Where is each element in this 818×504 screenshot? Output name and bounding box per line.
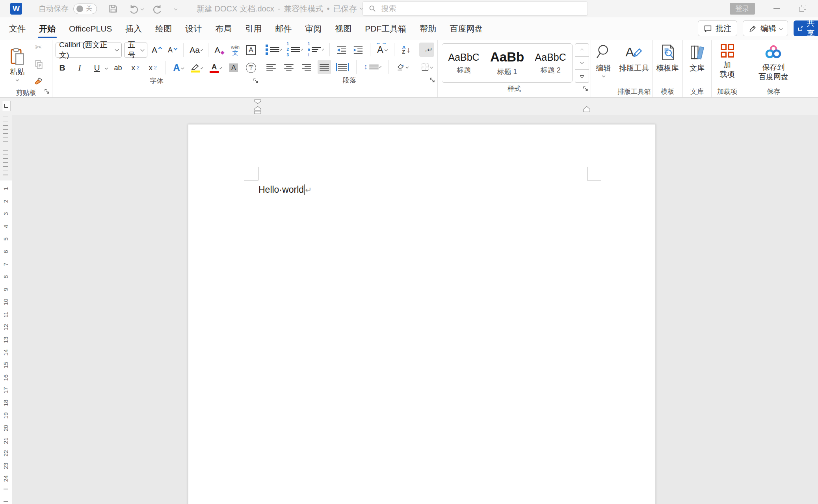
edit-menu-button[interactable]: 编辑 (596, 40, 612, 86)
style-标题 1[interactable]: AaBb标题 1 (485, 44, 529, 82)
styles-dialog-launcher[interactable] (583, 86, 589, 92)
increase-indent-button[interactable] (351, 43, 365, 57)
tab-绘图[interactable]: 绘图 (149, 17, 178, 40)
styles-more-button[interactable] (575, 70, 589, 83)
subscript-button[interactable]: x2 (129, 61, 142, 75)
paragraph-dialog-launcher[interactable] (429, 77, 435, 83)
underline-dropdown-icon[interactable] (105, 66, 108, 69)
bold-button[interactable]: B (56, 61, 69, 75)
font-size-combo[interactable]: 五号 (124, 43, 147, 58)
shading-button[interactable] (395, 60, 410, 74)
editing-mode-button[interactable]: 编辑 (743, 20, 788, 36)
superscript-button[interactable]: x2 (146, 61, 160, 75)
font-dialog-launcher[interactable] (253, 78, 259, 84)
first-line-indent-marker[interactable] (254, 99, 261, 104)
save-to-baidu-button[interactable]: 保存到 百度网盘 (759, 40, 788, 86)
undo-dropdown-icon[interactable] (141, 7, 144, 10)
tab-百度网盘[interactable]: 百度网盘 (443, 17, 489, 40)
align-left-button[interactable] (264, 60, 278, 74)
copy-button[interactable] (32, 57, 45, 71)
redo-button[interactable] (152, 4, 163, 14)
tab-审阅[interactable]: 审阅 (298, 17, 328, 40)
login-button[interactable]: 登录 (730, 3, 755, 15)
share-button[interactable]: 共享 (794, 20, 818, 36)
wenku-button[interactable]: 文库 (689, 40, 705, 86)
undo-button[interactable] (128, 4, 143, 14)
save-button[interactable] (108, 4, 118, 14)
font-name-combo[interactable]: Calibri (西文正文) (56, 43, 122, 58)
addins-label: 加 载项 (720, 60, 735, 79)
format-painter-button[interactable] (32, 74, 45, 88)
edit-menu-label: 编辑 (596, 63, 611, 73)
tab-视图[interactable]: 视图 (328, 17, 358, 40)
template-library-button[interactable]: 模板库 (656, 40, 679, 86)
autosave-toggle[interactable]: 关 (73, 4, 97, 14)
group-label-text: 剪贴板 (16, 88, 36, 97)
decrease-indent-button[interactable] (335, 43, 348, 57)
enclose-characters-button[interactable]: 字 (244, 61, 258, 75)
tab-stop-selector[interactable] (2, 101, 11, 111)
sort-button[interactable]: AZ ↓ (400, 43, 413, 57)
character-shading-button[interactable]: A (227, 61, 240, 75)
text-effects-button[interactable]: A (171, 61, 185, 75)
addins-button[interactable]: 加 载项 (720, 40, 735, 86)
highlight-color-button[interactable] (189, 61, 204, 75)
change-case-button[interactable]: Aa (188, 43, 204, 57)
shrink-font-button[interactable]: A (165, 43, 179, 57)
asian-layout-button[interactable]: ←→ A (376, 43, 389, 57)
tab-邮件[interactable]: 邮件 (268, 17, 298, 40)
tab-开始[interactable]: 开始 (32, 17, 62, 40)
document-area[interactable]: Hello·world ↵ (12, 115, 818, 504)
tab-引用[interactable]: 引用 (238, 17, 268, 40)
tab-PDF工具箱[interactable]: PDF工具箱 (358, 17, 413, 40)
paste-button[interactable]: 粘贴 (9, 48, 26, 81)
ribbon-tabs: 文件开始OfficePLUS插入绘图设计布局引用邮件审阅视图PDF工具箱帮助百度… (0, 17, 489, 40)
character-border-button[interactable]: A (244, 43, 258, 57)
show-formatting-marks-button[interactable]: →↵ (419, 43, 434, 57)
justify-button[interactable] (318, 60, 331, 74)
paste-dropdown-icon[interactable] (16, 78, 19, 81)
styles-scrollbar (575, 43, 589, 83)
right-indent-marker[interactable] (583, 106, 590, 113)
cut-button[interactable]: ✂ (32, 40, 45, 54)
document-paragraph[interactable]: Hello·world ↵ (258, 184, 312, 195)
comments-button[interactable]: 批注 (698, 20, 737, 36)
clipboard-dialog-launcher[interactable] (44, 89, 50, 95)
tab-布局[interactable]: 布局 (208, 17, 238, 40)
clear-formatting-button[interactable]: A◆ (213, 43, 226, 57)
align-right-button[interactable] (300, 60, 313, 74)
customize-quick-access-button[interactable] (175, 7, 177, 10)
styles-scroll-down-button[interactable] (575, 57, 589, 70)
document-text[interactable]: Hello·world (258, 184, 304, 195)
style-标题[interactable]: AaBbC标题 (442, 44, 485, 82)
borders-button[interactable] (420, 60, 434, 74)
layout-tools-button[interactable]: A 排版工具 (619, 40, 649, 86)
word-app-icon[interactable]: W (10, 3, 22, 15)
distributed-button[interactable] (335, 60, 350, 74)
grow-font-button[interactable]: A (150, 43, 163, 57)
numbering-icon: 123 (287, 42, 301, 57)
minimize-button[interactable] (773, 8, 780, 9)
document-page[interactable]: Hello·world ↵ (188, 124, 656, 504)
font-color-button[interactable]: A (208, 61, 223, 75)
tab-OfficePLUS[interactable]: OfficePLUS (62, 17, 119, 40)
tab-帮助[interactable]: 帮助 (413, 17, 443, 40)
search-bar[interactable] (363, 1, 588, 16)
phonetic-guide-button[interactable]: wén 文 (229, 43, 242, 57)
tab-文件[interactable]: 文件 (2, 17, 32, 40)
hanging-indent-marker[interactable] (254, 106, 261, 114)
align-center-button[interactable] (282, 60, 296, 74)
multilevel-list-button[interactable]: 1ai (307, 43, 324, 57)
strikethrough-button[interactable]: ab (112, 61, 125, 75)
line-spacing-button[interactable]: ↕ (363, 60, 382, 74)
tab-设计[interactable]: 设计 (178, 17, 208, 40)
restore-button[interactable] (799, 5, 806, 12)
tab-插入[interactable]: 插入 (119, 17, 149, 40)
bullets-button[interactable] (264, 43, 283, 57)
styles-scroll-up-button[interactable] (575, 43, 589, 57)
search-input[interactable] (381, 4, 582, 13)
numbering-button[interactable]: 123 (286, 43, 303, 57)
underline-button[interactable]: U (90, 61, 104, 75)
italic-button[interactable]: I (73, 61, 86, 75)
style-标题 2[interactable]: AaBbC标题 2 (529, 44, 572, 82)
